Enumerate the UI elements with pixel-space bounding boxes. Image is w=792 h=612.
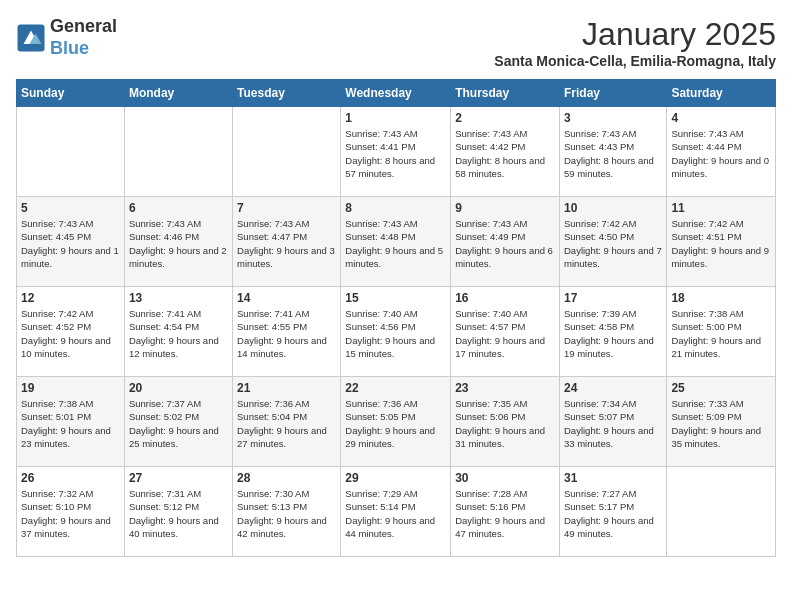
day-info: Sunrise: 7:43 AMSunset: 4:43 PMDaylight:… [564, 127, 662, 180]
day-info: Sunrise: 7:43 AMSunset: 4:42 PMDaylight:… [455, 127, 555, 180]
day-number: 24 [564, 381, 662, 395]
day-number: 7 [237, 201, 336, 215]
page-header: General Blue January 2025 Santa Monica-C… [16, 16, 776, 69]
day-number: 19 [21, 381, 120, 395]
col-wednesday: Wednesday [341, 80, 451, 107]
day-number: 13 [129, 291, 228, 305]
day-number: 23 [455, 381, 555, 395]
table-row: 23 Sunrise: 7:35 AMSunset: 5:06 PMDaylig… [451, 377, 560, 467]
calendar-week-1: 1 Sunrise: 7:43 AMSunset: 4:41 PMDayligh… [17, 107, 776, 197]
day-number: 25 [671, 381, 771, 395]
table-row: 3 Sunrise: 7:43 AMSunset: 4:43 PMDayligh… [559, 107, 666, 197]
day-info: Sunrise: 7:32 AMSunset: 5:10 PMDaylight:… [21, 487, 120, 540]
day-number: 10 [564, 201, 662, 215]
table-row: 28 Sunrise: 7:30 AMSunset: 5:13 PMDaylig… [233, 467, 341, 557]
day-number: 26 [21, 471, 120, 485]
col-tuesday: Tuesday [233, 80, 341, 107]
day-info: Sunrise: 7:38 AMSunset: 5:01 PMDaylight:… [21, 397, 120, 450]
table-row [233, 107, 341, 197]
day-info: Sunrise: 7:36 AMSunset: 5:05 PMDaylight:… [345, 397, 446, 450]
day-info: Sunrise: 7:35 AMSunset: 5:06 PMDaylight:… [455, 397, 555, 450]
col-sunday: Sunday [17, 80, 125, 107]
day-info: Sunrise: 7:28 AMSunset: 5:16 PMDaylight:… [455, 487, 555, 540]
day-info: Sunrise: 7:43 AMSunset: 4:45 PMDaylight:… [21, 217, 120, 270]
table-row: 17 Sunrise: 7:39 AMSunset: 4:58 PMDaylig… [559, 287, 666, 377]
col-monday: Monday [124, 80, 232, 107]
day-number: 21 [237, 381, 336, 395]
table-row: 24 Sunrise: 7:34 AMSunset: 5:07 PMDaylig… [559, 377, 666, 467]
logo-text: General Blue [50, 16, 117, 59]
day-info: Sunrise: 7:42 AMSunset: 4:52 PMDaylight:… [21, 307, 120, 360]
calendar-week-3: 12 Sunrise: 7:42 AMSunset: 4:52 PMDaylig… [17, 287, 776, 377]
table-row [124, 107, 232, 197]
day-info: Sunrise: 7:42 AMSunset: 4:51 PMDaylight:… [671, 217, 771, 270]
table-row: 31 Sunrise: 7:27 AMSunset: 5:17 PMDaylig… [559, 467, 666, 557]
day-info: Sunrise: 7:43 AMSunset: 4:44 PMDaylight:… [671, 127, 771, 180]
col-friday: Friday [559, 80, 666, 107]
logo-icon [16, 23, 46, 53]
day-number: 20 [129, 381, 228, 395]
table-row: 29 Sunrise: 7:29 AMSunset: 5:14 PMDaylig… [341, 467, 451, 557]
title-block: January 2025 Santa Monica-Cella, Emilia-… [494, 16, 776, 69]
table-row [17, 107, 125, 197]
day-number: 18 [671, 291, 771, 305]
table-row [667, 467, 776, 557]
calendar-header-row: Sunday Monday Tuesday Wednesday Thursday… [17, 80, 776, 107]
day-info: Sunrise: 7:31 AMSunset: 5:12 PMDaylight:… [129, 487, 228, 540]
day-info: Sunrise: 7:36 AMSunset: 5:04 PMDaylight:… [237, 397, 336, 450]
day-info: Sunrise: 7:41 AMSunset: 4:55 PMDaylight:… [237, 307, 336, 360]
day-info: Sunrise: 7:27 AMSunset: 5:17 PMDaylight:… [564, 487, 662, 540]
table-row: 22 Sunrise: 7:36 AMSunset: 5:05 PMDaylig… [341, 377, 451, 467]
table-row: 10 Sunrise: 7:42 AMSunset: 4:50 PMDaylig… [559, 197, 666, 287]
day-number: 5 [21, 201, 120, 215]
logo-line1: General [50, 16, 117, 38]
day-number: 9 [455, 201, 555, 215]
calendar-table: Sunday Monday Tuesday Wednesday Thursday… [16, 79, 776, 557]
day-number: 15 [345, 291, 446, 305]
day-number: 11 [671, 201, 771, 215]
day-info: Sunrise: 7:43 AMSunset: 4:49 PMDaylight:… [455, 217, 555, 270]
table-row: 27 Sunrise: 7:31 AMSunset: 5:12 PMDaylig… [124, 467, 232, 557]
day-info: Sunrise: 7:43 AMSunset: 4:48 PMDaylight:… [345, 217, 446, 270]
calendar-week-5: 26 Sunrise: 7:32 AMSunset: 5:10 PMDaylig… [17, 467, 776, 557]
day-number: 14 [237, 291, 336, 305]
col-thursday: Thursday [451, 80, 560, 107]
day-info: Sunrise: 7:29 AMSunset: 5:14 PMDaylight:… [345, 487, 446, 540]
day-info: Sunrise: 7:41 AMSunset: 4:54 PMDaylight:… [129, 307, 228, 360]
table-row: 1 Sunrise: 7:43 AMSunset: 4:41 PMDayligh… [341, 107, 451, 197]
table-row: 11 Sunrise: 7:42 AMSunset: 4:51 PMDaylig… [667, 197, 776, 287]
day-number: 4 [671, 111, 771, 125]
location-subtitle: Santa Monica-Cella, Emilia-Romagna, Ital… [494, 53, 776, 69]
day-number: 2 [455, 111, 555, 125]
day-number: 29 [345, 471, 446, 485]
day-info: Sunrise: 7:39 AMSunset: 4:58 PMDaylight:… [564, 307, 662, 360]
table-row: 5 Sunrise: 7:43 AMSunset: 4:45 PMDayligh… [17, 197, 125, 287]
logo: General Blue [16, 16, 117, 59]
table-row: 18 Sunrise: 7:38 AMSunset: 5:00 PMDaylig… [667, 287, 776, 377]
day-info: Sunrise: 7:43 AMSunset: 4:47 PMDaylight:… [237, 217, 336, 270]
table-row: 9 Sunrise: 7:43 AMSunset: 4:49 PMDayligh… [451, 197, 560, 287]
day-info: Sunrise: 7:40 AMSunset: 4:57 PMDaylight:… [455, 307, 555, 360]
day-info: Sunrise: 7:43 AMSunset: 4:46 PMDaylight:… [129, 217, 228, 270]
table-row: 19 Sunrise: 7:38 AMSunset: 5:01 PMDaylig… [17, 377, 125, 467]
table-row: 21 Sunrise: 7:36 AMSunset: 5:04 PMDaylig… [233, 377, 341, 467]
day-info: Sunrise: 7:42 AMSunset: 4:50 PMDaylight:… [564, 217, 662, 270]
day-info: Sunrise: 7:30 AMSunset: 5:13 PMDaylight:… [237, 487, 336, 540]
table-row: 12 Sunrise: 7:42 AMSunset: 4:52 PMDaylig… [17, 287, 125, 377]
day-info: Sunrise: 7:43 AMSunset: 4:41 PMDaylight:… [345, 127, 446, 180]
day-info: Sunrise: 7:33 AMSunset: 5:09 PMDaylight:… [671, 397, 771, 450]
day-info: Sunrise: 7:40 AMSunset: 4:56 PMDaylight:… [345, 307, 446, 360]
day-number: 12 [21, 291, 120, 305]
day-number: 8 [345, 201, 446, 215]
table-row: 2 Sunrise: 7:43 AMSunset: 4:42 PMDayligh… [451, 107, 560, 197]
day-number: 6 [129, 201, 228, 215]
day-number: 1 [345, 111, 446, 125]
day-info: Sunrise: 7:37 AMSunset: 5:02 PMDaylight:… [129, 397, 228, 450]
day-number: 3 [564, 111, 662, 125]
day-number: 28 [237, 471, 336, 485]
table-row: 13 Sunrise: 7:41 AMSunset: 4:54 PMDaylig… [124, 287, 232, 377]
day-info: Sunrise: 7:34 AMSunset: 5:07 PMDaylight:… [564, 397, 662, 450]
table-row: 6 Sunrise: 7:43 AMSunset: 4:46 PMDayligh… [124, 197, 232, 287]
calendar-week-4: 19 Sunrise: 7:38 AMSunset: 5:01 PMDaylig… [17, 377, 776, 467]
day-info: Sunrise: 7:38 AMSunset: 5:00 PMDaylight:… [671, 307, 771, 360]
